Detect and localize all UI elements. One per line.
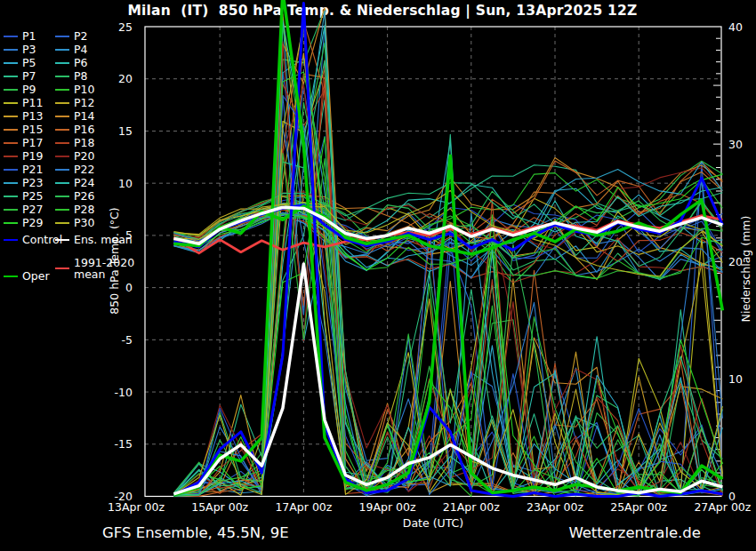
member-precip-line-P28: [173, 72, 722, 496]
legend-item-p25: P25: [4, 189, 43, 203]
legend-item-ens-mean-label: Ens. mean: [74, 234, 133, 246]
legend-item-p27-color-chip: [4, 209, 18, 211]
date-tick-label: 21Apr 00z: [443, 500, 500, 514]
legend-item-p22-label: P22: [74, 164, 94, 176]
legend-item-p6: P6: [55, 56, 88, 69]
legend-item-p1-color-chip: [4, 36, 18, 37]
legend-item-p9-color-chip: [4, 89, 18, 91]
legend-item-p17-label: P17: [22, 137, 43, 149]
legend-item-p1-label: P1: [22, 30, 36, 43]
legend-item-p8: P8: [55, 69, 88, 83]
temp-axis-title: 850 hPa Temp. (°C): [108, 146, 121, 377]
date-tick-label: 27Apr 00z: [694, 500, 751, 514]
date-axis-title: Date (UTC): [318, 516, 549, 530]
legend-item-p4: P4: [55, 43, 88, 56]
legend-item-p30-label: P30: [74, 217, 94, 229]
legend-item-p10-color-chip: [55, 89, 69, 91]
legend-item-control-color-chip: [4, 239, 18, 241]
temp-tick-label: 15: [118, 124, 133, 138]
legend-item-p14-color-chip: [55, 116, 69, 117]
date-tick-label: 13Apr 00z: [108, 500, 165, 514]
legend-item-p2-color-chip: [55, 36, 69, 37]
legend-item-p18-color-chip: [55, 142, 69, 144]
legend-item-p23-color-chip: [4, 182, 18, 184]
legend-item-p1: P1: [4, 29, 36, 43]
legend-item-p18-label: P18: [74, 137, 94, 149]
legend-item-p22: P22: [55, 163, 94, 176]
legend-item-p24-color-chip: [55, 182, 69, 184]
legend-item-p20-color-chip: [55, 156, 69, 157]
footer-brand: Wetterzentrale.de: [568, 524, 701, 541]
member-precip-line-P1: [173, 72, 722, 496]
legend-item-p19-label: P19: [22, 150, 43, 163]
legend-item-control: Control: [4, 233, 62, 246]
temp-tick-label: 0: [125, 281, 133, 294]
legend-item-p19-color-chip: [4, 156, 18, 157]
legend-item-p15: P15: [4, 123, 43, 136]
legend-item-p27-label: P27: [22, 204, 43, 216]
legend-item-p9-label: P9: [22, 84, 36, 96]
legend-item-p7-color-chip: [4, 76, 18, 77]
legend-item-p30: P30: [55, 216, 94, 229]
legend-item-p28-color-chip: [55, 209, 69, 211]
legend-item-p6-color-chip: [55, 62, 69, 64]
legend-item-p24-label: P24: [74, 177, 94, 189]
legend-item-p5-label: P5: [22, 57, 36, 69]
legend-item-p7: P7: [4, 69, 36, 83]
legend-item-p15-color-chip: [4, 129, 18, 131]
legend-item-oper-label: Oper: [22, 270, 50, 283]
temp-tick-label: 20: [118, 72, 133, 85]
precip-tick-label: 40: [728, 20, 743, 34]
legend-item-p11-color-chip: [4, 102, 18, 104]
legend-item-p3: P3: [4, 43, 36, 56]
legend-item-p13-label: P13: [22, 110, 43, 123]
footer-model-info: GFS Ensemble, 45.5N, 9E: [102, 524, 289, 541]
legend-item-p2: P2: [55, 29, 88, 43]
legend-item-p10: P10: [55, 83, 94, 96]
date-tick-label: 25Apr 00z: [610, 500, 667, 514]
legend-item-p14-label: P14: [74, 110, 94, 123]
member-precip-line-P11: [173, 69, 722, 497]
member-precip-line-P18: [173, 84, 722, 496]
date-tick-label: 17Apr 00z: [275, 500, 332, 514]
legend-item-p12-color-chip: [55, 102, 69, 104]
legend-item-p29: P29: [4, 216, 43, 229]
date-tick-label: 23Apr 00z: [527, 500, 583, 514]
legend-item-p3-color-chip: [4, 49, 18, 51]
legend-item-p13-color-chip: [4, 116, 18, 117]
legend-item-p24: P24: [55, 176, 94, 189]
legend-item-p26-label: P26: [74, 190, 94, 203]
legend-item-p21-color-chip: [4, 169, 18, 171]
legend-item-p12-label: P12: [74, 97, 94, 109]
legend-item-p23: P23: [4, 176, 43, 189]
legend-item-p5: P5: [4, 56, 36, 69]
legend-item-p15-label: P15: [22, 124, 43, 136]
legend-item-p9: P9: [4, 83, 36, 96]
legend-item-oper-color-chip: [4, 276, 18, 277]
legend-item-p26-color-chip: [55, 196, 69, 197]
date-tick-label: 15Apr 00z: [191, 500, 248, 514]
legend-item-p17-color-chip: [4, 142, 18, 144]
legend-item-ens-mean-color-chip: [55, 239, 69, 241]
legend-item-p27: P27: [4, 203, 43, 216]
precip-tick-label: 30: [728, 138, 743, 151]
legend-item-p20: P20: [55, 149, 94, 163]
legend-item-p11: P11: [4, 96, 43, 109]
legend-item-p14: P14: [55, 109, 94, 123]
legend-item-p8-label: P8: [74, 70, 88, 83]
legend-item-oper: Oper: [4, 269, 50, 283]
legend-item-p13: P13: [4, 109, 43, 123]
legend-item-p21: P21: [4, 163, 43, 176]
legend-item-p20-label: P20: [74, 150, 94, 163]
legend-item-p16-label: P16: [74, 124, 94, 136]
legend-item-p11-label: P11: [22, 97, 43, 109]
legend-item-p4-label: P4: [74, 44, 88, 56]
legend-item-1991-2020-mean: 1991-2020mean: [55, 257, 134, 270]
legend-item-p19: P19: [4, 149, 43, 163]
date-tick-label: 19Apr 00z: [359, 500, 416, 514]
legend-item-p10-label: P10: [74, 84, 94, 96]
legend-item-p25-label: P25: [22, 190, 43, 203]
legend-item-p16: P16: [55, 123, 94, 136]
legend-item-p29-color-chip: [4, 222, 18, 224]
temp-tick-label: -15: [115, 437, 133, 451]
